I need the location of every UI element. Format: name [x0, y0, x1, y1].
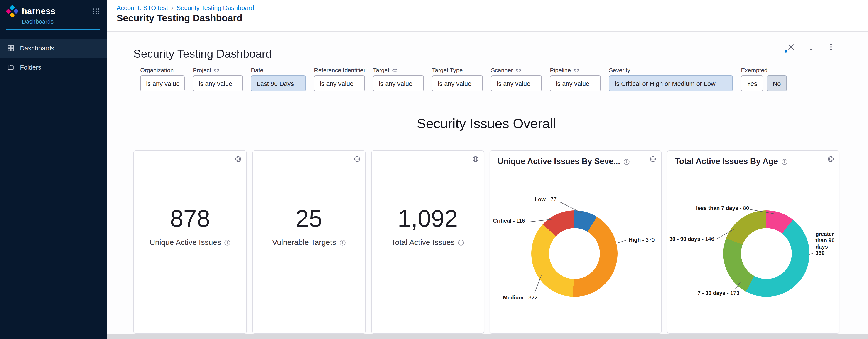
filter-value-date[interactable]: Last 90 Days [251, 76, 306, 91]
filter-pipeline: Pipeline is any value [550, 67, 601, 91]
filter-value-reference-identifier[interactable]: is any value [314, 76, 365, 91]
page-header: Account: STO test › Security Testing Das… [106, 0, 868, 32]
filter-label: Organization [140, 67, 174, 74]
filter-organization: Organization is any value [140, 67, 185, 91]
filter-target: Target is any value [373, 67, 424, 91]
dashboards-grid-icon [7, 45, 14, 52]
slice-label-7-30-days: 7 - 30 days - 173 [698, 290, 739, 296]
close-icon[interactable] [787, 43, 796, 51]
dashboard-title: Security Testing Dashboard [133, 47, 839, 60]
donut-chart-severity: Low - 77 Critical - 116 High - 370 Mediu… [490, 151, 661, 333]
donut-hole [549, 228, 600, 279]
filter-label: Target [373, 67, 389, 74]
donut-hole [741, 228, 792, 279]
dashboard-toolbar [787, 43, 835, 51]
tile-issues-by-severity: Unique Active Issues By Seve... [490, 150, 662, 334]
breadcrumb: Account: STO test › Security Testing Das… [117, 4, 868, 11]
chart-title: Total Active Issues By Age [675, 157, 778, 166]
donut-chart-age: less than 7 days - 80 30 - 90 days - 146… [668, 151, 839, 333]
filter-value-project[interactable]: is any value [193, 76, 243, 91]
filter-project: Project is any value [193, 67, 243, 91]
info-icon[interactable] [781, 158, 787, 165]
tile-issues-by-age: Total Active Issues By Age [667, 150, 839, 334]
filter-label: Severity [609, 67, 630, 74]
brand-wordmark: harness [22, 6, 56, 16]
stat-label: Total Active Issues [391, 238, 455, 247]
module-label: Dashboards [22, 18, 100, 25]
slice-label-greater-than-90-days: greater than 90 days - 359 [815, 231, 836, 256]
chart-title: Unique Active Issues By Seve... [498, 157, 620, 166]
exempted-yes-button[interactable]: Yes [741, 76, 763, 91]
page-title: Security Testing Dashboard [117, 13, 868, 24]
filter-value-target-type[interactable]: is any value [432, 76, 483, 91]
filter-exempted: Exempted Yes No [741, 67, 787, 91]
notification-dot [784, 50, 787, 53]
slice-label-30-90-days: 30 - 90 days - 146 [669, 236, 714, 242]
filter-reference-identifier: Reference Identifier is any value [314, 67, 365, 91]
info-icon[interactable] [623, 158, 630, 165]
sidebar-item-folders[interactable]: Folders [0, 58, 106, 77]
filter-label: Pipeline [550, 67, 571, 74]
breadcrumb-page-link[interactable]: Security Testing Dashboard [177, 4, 254, 11]
filter-scanner: Scanner is any value [491, 67, 542, 91]
globe-icon[interactable] [827, 156, 834, 163]
info-icon[interactable] [224, 239, 231, 246]
filter-value-severity[interactable]: is Critical or High or Medium or Low [609, 76, 733, 91]
filter-label: Project [193, 67, 211, 74]
filter-value-organization[interactable]: is any value [140, 76, 185, 91]
exempted-no-button[interactable]: No [767, 76, 787, 91]
stat-value: 878 [134, 205, 246, 232]
slice-label-less-than-7-days: less than 7 days - 80 [696, 205, 749, 211]
globe-icon[interactable] [649, 156, 656, 163]
filter-label: Target Type [432, 67, 463, 74]
dashboard-tiles: 878 Unique Active Issues 25 Vulnerable T… [133, 150, 839, 334]
breadcrumb-separator: › [171, 4, 173, 11]
section-title: Security Issues Overall [133, 116, 839, 131]
sidebar-item-label: Dashboards [20, 45, 54, 52]
stat-label: Unique Active Issues [150, 238, 221, 247]
folder-icon [7, 64, 14, 71]
filter-icon[interactable] [807, 43, 815, 51]
bottom-strip [106, 335, 868, 339]
harness-logo-icon[interactable] [6, 5, 18, 17]
sidebar-divider [6, 29, 100, 30]
filter-date: Date Last 90 Days [251, 67, 306, 91]
link-icon [574, 67, 580, 73]
slice-label-critical: Critical - 116 [493, 218, 525, 224]
tile-total-active-issues: 1,092 Total Active Issues [371, 150, 484, 334]
link-icon [392, 67, 398, 73]
kebab-menu-icon[interactable] [827, 43, 835, 51]
link-icon [214, 67, 220, 73]
tile-vulnerable-targets: 25 Vulnerable Targets [252, 150, 366, 334]
sidebar-header: harness Dashboards [0, 0, 106, 30]
tile-unique-active-issues: 878 Unique Active Issues [133, 150, 247, 334]
sidebar-item-dashboards[interactable]: Dashboards [0, 39, 106, 58]
slice-label-low: Low - 77 [535, 196, 557, 203]
slice-label-high: High - 370 [629, 237, 655, 243]
sidebar: harness Dashboards [0, 0, 106, 339]
filter-target-type: Target Type is any value [432, 67, 483, 91]
stat-value: 1,092 [371, 205, 484, 232]
filter-severity: Severity is Critical or High or Medium o… [609, 67, 733, 91]
globe-icon[interactable] [472, 156, 479, 163]
filter-bar: Organization is any value Project is any… [133, 67, 839, 91]
link-icon [516, 67, 522, 73]
info-icon[interactable] [458, 239, 464, 246]
filter-label: Exempted [741, 67, 768, 74]
main-area: Account: STO test › Security Testing Das… [106, 0, 868, 339]
breadcrumb-account-link[interactable]: Account: STO test [117, 4, 168, 11]
stat-value: 25 [253, 205, 365, 232]
stat-label: Vulnerable Targets [272, 238, 336, 247]
severity-donut[interactable] [532, 210, 618, 297]
filter-value-target[interactable]: is any value [373, 76, 424, 91]
filter-value-scanner[interactable]: is any value [491, 76, 542, 91]
dashboard-panel: Security Testing Dashboard Organization … [106, 32, 868, 335]
info-icon[interactable] [339, 239, 345, 246]
sidebar-nav: Dashboards Folders [0, 39, 106, 77]
globe-icon[interactable] [353, 156, 361, 163]
filter-value-pipeline[interactable]: is any value [550, 76, 601, 91]
module-grid-icon[interactable] [92, 7, 100, 16]
sidebar-item-label: Folders [20, 64, 41, 71]
age-donut[interactable] [723, 210, 809, 297]
globe-icon[interactable] [235, 156, 242, 163]
